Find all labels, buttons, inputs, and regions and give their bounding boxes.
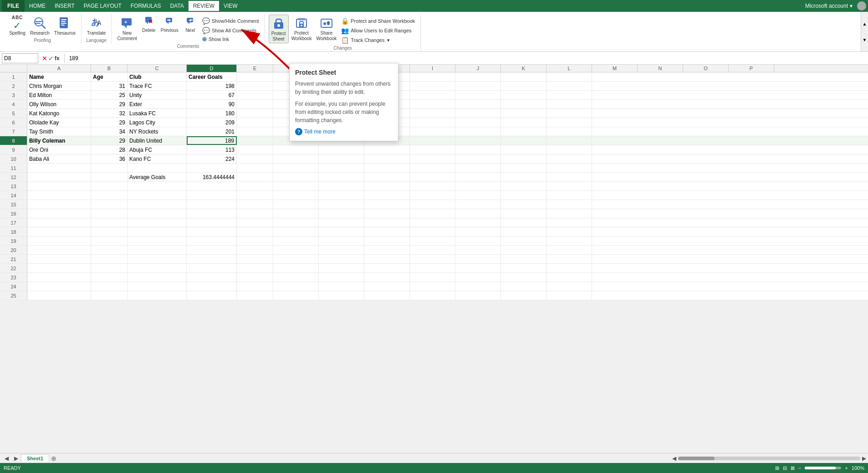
cell-d1[interactable]: Career Goals bbox=[187, 72, 237, 81]
page-layout-menu[interactable]: PAGE LAYOUT bbox=[79, 1, 126, 11]
protect-share-button[interactable]: 🔒 Protect and Share Workbook bbox=[339, 16, 417, 26]
track-changes-dropdown[interactable]: ▾ bbox=[387, 37, 390, 43]
col-header-p[interactable]: P bbox=[729, 65, 774, 72]
cell-a4[interactable]: Olly Wilson bbox=[27, 100, 91, 108]
cell-c12[interactable]: Average Goals bbox=[128, 173, 187, 181]
account-info[interactable]: Microsoft account ▾ bbox=[805, 1, 866, 10]
cell-b9[interactable]: 28 bbox=[91, 145, 128, 154]
col-header-o[interactable]: O bbox=[683, 65, 729, 72]
col-header-n[interactable]: N bbox=[638, 65, 683, 72]
ribbon-scroll-down[interactable]: ▼ bbox=[861, 28, 868, 51]
cell-d3[interactable]: 67 bbox=[187, 91, 237, 99]
cell-b1[interactable]: Age bbox=[91, 72, 128, 81]
cell-c6[interactable]: Lagos City bbox=[128, 118, 187, 127]
cell-a5[interactable]: Kat Katongo bbox=[27, 109, 91, 118]
col-header-l[interactable]: L bbox=[546, 65, 592, 72]
track-changes-button[interactable]: 📋 Track Changes ▾ bbox=[339, 36, 417, 45]
cell-a1[interactable]: Name bbox=[27, 72, 91, 81]
data-menu[interactable]: DATA bbox=[165, 1, 188, 11]
file-menu[interactable]: FILE bbox=[2, 0, 25, 12]
next-comment-button[interactable]: Next bbox=[181, 15, 199, 34]
scroll-left[interactable]: ◀ bbox=[672, 455, 676, 462]
protect-workbook-button[interactable]: Protect Workbook bbox=[290, 15, 314, 42]
cell-k1[interactable] bbox=[501, 72, 546, 81]
show-hide-comment-button[interactable]: 💬 Show/Hide Comment bbox=[200, 16, 261, 26]
cell-b6[interactable]: 29 bbox=[91, 118, 128, 127]
cell-b5[interactable]: 32 bbox=[91, 109, 128, 118]
cell-d5[interactable]: 180 bbox=[187, 109, 237, 118]
show-ink-button[interactable]: Show Ink bbox=[200, 36, 261, 43]
cell-d6[interactable]: 209 bbox=[187, 118, 237, 127]
col-header-e[interactable]: E bbox=[237, 65, 273, 72]
cell-c4[interactable]: Exter bbox=[128, 100, 187, 108]
cell-d4[interactable]: 90 bbox=[187, 100, 237, 108]
cell-d9[interactable]: 113 bbox=[187, 145, 237, 154]
formula-input[interactable] bbox=[67, 55, 866, 62]
translate-button[interactable]: あA Translate bbox=[85, 15, 107, 37]
spelling-button[interactable]: ABC ✓ Spelling bbox=[7, 15, 27, 37]
cell-b3[interactable]: 25 bbox=[91, 91, 128, 99]
previous-comment-button[interactable]: Previous bbox=[159, 15, 180, 34]
zoom-in[interactable]: + bbox=[845, 465, 848, 471]
cell-l1[interactable] bbox=[546, 72, 592, 81]
view-page-break[interactable]: ⊠ bbox=[791, 465, 795, 471]
cell-b2[interactable]: 31 bbox=[91, 82, 128, 90]
cell-a6[interactable]: Ololade Kay bbox=[27, 118, 91, 127]
col-header-c[interactable]: C bbox=[128, 65, 187, 72]
cell-d12[interactable]: 163.4444444 bbox=[187, 173, 237, 181]
view-page-layout[interactable]: ⊟ bbox=[783, 465, 787, 471]
show-all-comments-button[interactable]: 💬 Show All Comments bbox=[200, 26, 261, 35]
confirm-formula-button[interactable]: ✓ bbox=[48, 55, 54, 62]
cell-a7[interactable]: Tay Smith bbox=[27, 127, 91, 136]
cancel-formula-button[interactable]: ✕ bbox=[42, 55, 47, 62]
col-header-b[interactable]: B bbox=[91, 65, 128, 72]
allow-users-button[interactable]: 👥 Allow Users to Edit Ranges bbox=[339, 26, 417, 35]
delete-comment-button[interactable]: Delete bbox=[140, 15, 158, 34]
cell-a8[interactable]: Billy Coleman bbox=[27, 136, 91, 145]
horizontal-scrollbar-thumb[interactable] bbox=[678, 457, 715, 460]
cell-c8[interactable]: Dublin United bbox=[128, 136, 187, 145]
cell-b10[interactable]: 36 bbox=[91, 154, 128, 163]
cell-b8[interactable]: 29 bbox=[91, 136, 128, 145]
cell-c10[interactable]: Kano FC bbox=[128, 154, 187, 163]
cell-d8[interactable]: 189 bbox=[187, 136, 237, 145]
col-header-d[interactable]: D bbox=[187, 65, 237, 72]
formulas-menu[interactable]: FORMULAS bbox=[126, 1, 166, 11]
cell-a9[interactable]: Ore Oni bbox=[27, 145, 91, 154]
cell-b4[interactable]: 29 bbox=[91, 100, 128, 108]
cell-c7[interactable]: NY Rockets bbox=[128, 127, 187, 136]
share-workbook-button[interactable]: Share Workbook bbox=[314, 15, 338, 42]
cell-a3[interactable]: Ed Milton bbox=[27, 91, 91, 99]
protect-sheet-button[interactable]: Protect Sheet bbox=[269, 15, 289, 43]
cell-a10[interactable]: Baba Ali bbox=[27, 154, 91, 163]
scroll-right[interactable]: ▶ bbox=[862, 455, 866, 462]
col-header-i[interactable]: I bbox=[410, 65, 455, 72]
cell-c3[interactable]: Unity bbox=[128, 91, 187, 99]
cell-c9[interactable]: Abuja FC bbox=[128, 145, 187, 154]
thesaurus-button[interactable]: Thesaurus bbox=[52, 15, 77, 37]
cell-c1[interactable]: Club bbox=[128, 72, 187, 81]
cell-d7[interactable]: 201 bbox=[187, 127, 237, 136]
review-menu[interactable]: REVIEW bbox=[189, 1, 219, 11]
cell-c2[interactable]: Trace FC bbox=[128, 82, 187, 90]
cell-j1[interactable] bbox=[455, 72, 501, 81]
sheet-nav-prev[interactable]: ◀ bbox=[2, 455, 11, 462]
cell-b7[interactable]: 34 bbox=[91, 127, 128, 136]
insert-menu[interactable]: INSERT bbox=[50, 1, 79, 11]
add-sheet-button[interactable]: ⊕ bbox=[49, 455, 58, 462]
col-header-a[interactable]: A bbox=[27, 65, 91, 72]
view-menu[interactable]: VIEW bbox=[219, 1, 242, 11]
sheet-tab-1[interactable]: Sheet1 bbox=[21, 454, 49, 462]
cell-i1[interactable] bbox=[410, 72, 455, 81]
view-normal[interactable]: ⊞ bbox=[775, 465, 779, 471]
tooltip-link[interactable]: ? Tell me more bbox=[295, 128, 393, 135]
sheet-nav-next[interactable]: ▶ bbox=[11, 455, 21, 462]
col-header-m[interactable]: M bbox=[592, 65, 638, 72]
col-header-j[interactable]: J bbox=[455, 65, 501, 72]
research-button[interactable]: Research bbox=[28, 15, 51, 37]
cell-d10[interactable]: 224 bbox=[187, 154, 237, 163]
cell-c5[interactable]: Lusaka FC bbox=[128, 109, 187, 118]
home-menu[interactable]: HOME bbox=[25, 1, 50, 11]
name-box[interactable]: D8 bbox=[2, 53, 38, 63]
new-comment-button[interactable]: + New Comment bbox=[115, 15, 138, 42]
